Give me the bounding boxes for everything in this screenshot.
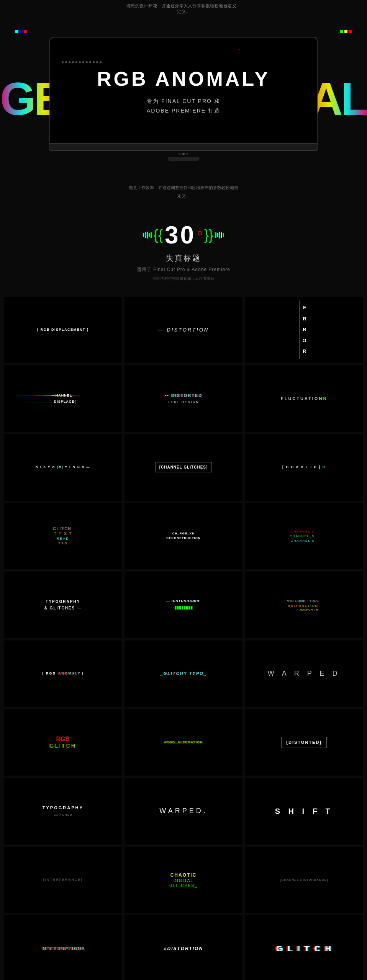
grid-text-12: CHANNEL 8 CHANNEL_5 CHANNEL 5 — [290, 530, 318, 542]
counter-label: 失真标题 — [0, 253, 367, 263]
grid-item-29[interactable]: #DISTORTION — [125, 915, 243, 980]
grid-item-10[interactable]: GLITCH T E X T READ THIS — [4, 503, 122, 570]
grid-item-19[interactable]: RGB GLITCH — [4, 709, 122, 776]
grid-item-14[interactable]: — DISTURBANCE▮▮▮▮▮▮▮▮ — [125, 572, 243, 638]
dot8 — [86, 61, 88, 63]
grid-text-2: — DISTORTION — [156, 324, 211, 336]
laptop-wrapper: RGB ANOMALY 专为 FINAL CUT PRO 和 ADOBE PRE… — [49, 37, 318, 161]
grid-text-7: D I S T O [R] T I O N S — — [34, 463, 92, 472]
grid-text-11: CH_RGB_XNDECONSTRUCTION — [164, 529, 203, 542]
grid-text-3: ERROR — [299, 301, 309, 359]
hero-section: GB RGB ANOMALY — [0, 22, 367, 172]
grid-text-5: •• DISTORTEDTEXT DESIGN — [163, 390, 204, 407]
grid-item-9[interactable]: [ C H A O T I C ] C — [245, 434, 363, 501]
dot9 — [89, 61, 91, 63]
grid-item-27[interactable]: [CHANNEL DISTURBANCE] — [245, 847, 363, 913]
grid-text-21: [DISTORTED] — [281, 737, 327, 748]
pixel-green — [340, 30, 343, 33]
hinge2 — [182, 153, 185, 155]
pixel-cyan — [15, 30, 18, 33]
grid-text-26: CHAOTIC DIGITAL GLITCHES_ — [169, 872, 198, 888]
grid-item-11[interactable]: CH_RGB_XNDECONSTRUCTION — [125, 503, 243, 570]
grid-item-16[interactable]: [ RGB ANOMALY ] — [4, 640, 122, 707]
dot11 — [96, 61, 98, 63]
grid-item-15[interactable]: MALFUNCTIONS MALFUNCTION MALFUN TH — [245, 572, 363, 638]
rbar5 — [223, 233, 224, 237]
laptop-base — [49, 144, 318, 151]
grid-text-23: WARPED. — [157, 804, 209, 818]
grid-item-12[interactable]: CHANNEL 8 CHANNEL_5 CHANNEL 5 — [245, 503, 363, 570]
pixel-group-right — [340, 30, 352, 33]
grid-text-17: _GLITCHY TYPO_ — [158, 668, 208, 679]
grid-item-24[interactable]: S H I F T — [245, 778, 363, 844]
counter-bars-left — [143, 232, 152, 238]
dot2 — [65, 61, 67, 63]
rbar1 — [215, 232, 216, 238]
dot10 — [93, 61, 95, 63]
grid-item-5[interactable]: •• DISTORTEDTEXT DESIGN — [125, 365, 243, 432]
grid-text-9: [ C H A O T I C ] C — [280, 463, 328, 472]
grid-item-20[interactable]: #RGB_ALTERATION — [125, 709, 243, 776]
grid-item-17[interactable]: _GLITCHY TYPO_ — [125, 640, 243, 707]
pixel-blue — [20, 30, 23, 33]
grid-item-26[interactable]: CHAOTIC DIGITAL GLITCHES_ — [125, 847, 243, 913]
grid-text-22: TYPOGRAPHYGLITCHED — [41, 803, 85, 819]
grid-text-6: FLUCTUATIONN — [279, 394, 329, 404]
dot3 — [69, 61, 70, 63]
grid-item-7[interactable]: D I S T O [R] T I O N S — — [4, 434, 122, 501]
grid-item-28[interactable]: NTERRUPTIONS — [4, 915, 122, 980]
laptop-dots — [62, 61, 102, 63]
grid-text-27: [CHANNEL DISTURBANCE] — [278, 876, 330, 884]
grid-item-4[interactable]: —HANNEL__DISPLACE{ — [4, 365, 122, 432]
bar5 — [151, 232, 152, 238]
hinge1 — [179, 153, 181, 155]
grid-item-1[interactable]: { RGB DISPLACEMENT } — [4, 297, 122, 363]
grid-text-28: NTERRUPTIONS — [40, 944, 86, 954]
dot7 — [82, 61, 84, 63]
grid-item-6[interactable]: FLUCTUATIONN — [245, 365, 363, 432]
hinge3 — [186, 153, 188, 155]
counter-display: {{ 30 }} — [0, 223, 367, 247]
pixel-red — [24, 30, 27, 33]
grid-item-2[interactable]: — DISTORTION — [125, 297, 243, 363]
grid-item-30[interactable]: G L I T C H — [245, 915, 363, 980]
grid-item-8[interactable]: [CHANNEL GLITCHES] — [125, 434, 243, 501]
pixel-group-left — [15, 30, 27, 33]
bar3 — [147, 232, 148, 238]
grid-item-23[interactable]: WARPED. — [125, 778, 243, 844]
grid-item-3[interactable]: ERROR — [245, 297, 363, 363]
description-section: 随意工作效率，并通过调整控件和区域布布的参数轻松地自 定义... — [0, 172, 367, 211]
grid-item-18[interactable]: W A R P E D — [245, 640, 363, 707]
grid-text-30: G L I T C H — [276, 944, 332, 953]
bar1 — [143, 233, 144, 237]
grid-text-24: S H I F T — [273, 804, 335, 819]
bar2 — [145, 232, 146, 238]
grid-text-10: GLITCH T E X T READ THIS — [54, 527, 72, 545]
laptop-container: GB RGB ANOMALY — [0, 37, 367, 161]
grid-text-14: — DISTURBANCE▮▮▮▮▮▮▮▮ — [164, 596, 203, 613]
grid-text-15: MALFUNCTIONS MALFUNCTION MALFUN TH — [287, 599, 321, 611]
counter-sublabel: 适用于 Final Cut Pro & Adobe Premiere — [0, 266, 367, 273]
grid-item-13[interactable]: TYPOGRAPHY& GLITCHES — — [4, 572, 122, 638]
counter-bars-right — [215, 232, 224, 238]
dot6 — [79, 61, 81, 63]
grid-container[interactable]: { RGB DISPLACEMENT } — DISTORTION ERROR … — [4, 297, 363, 980]
grid-item-21[interactable]: [DISTORTED] — [245, 709, 363, 776]
grid-item-22[interactable]: TYPOGRAPHYGLITCHED — [4, 778, 122, 844]
grid-text-20: #RGB_ALTERATION — [162, 738, 205, 747]
grid-section: { RGB DISPLACEMENT } — DISTORTION ERROR … — [0, 289, 367, 980]
dot12 — [100, 61, 102, 63]
pixel-yellow — [344, 30, 347, 33]
pixel-accents-top — [0, 30, 367, 33]
laptop-hinge — [49, 151, 318, 157]
grid-text-8: [CHANNEL GLITCHES] — [155, 462, 212, 472]
description-text: 随意工作效率，并通过调整控件和区域布布的参数轻松地自 定义... — [107, 184, 260, 200]
counter-number: 30 — [165, 223, 196, 247]
hero-title: RGB ANOMALY — [97, 69, 270, 89]
top-notice: 请您的设计开花，并通过分享大人分享参数轻松地自定义... 定义... — [0, 0, 367, 22]
grid-text-19: RGB GLITCH — [50, 736, 76, 749]
hero-subtitle: 专为 FINAL CUT PRO 和 ADOBE PREMIERE 打造 — [147, 96, 220, 116]
grid-item-25[interactable]: (INTERFERENCE) — [4, 847, 122, 913]
grid-text-29: #DISTORTION — [162, 943, 205, 954]
grid-text-25: (INTERFERENCE) — [41, 875, 85, 885]
